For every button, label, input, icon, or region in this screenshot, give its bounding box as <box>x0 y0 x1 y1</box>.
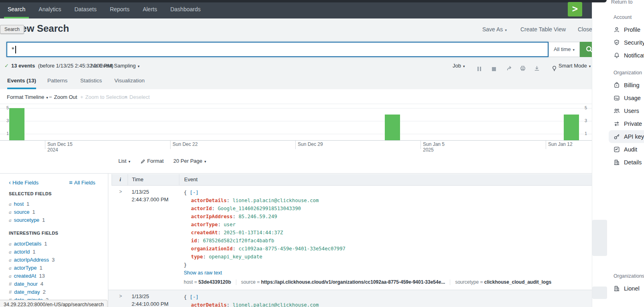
splunk-logo-icon[interactable]: > <box>568 2 582 16</box>
y-axis-label: 5 <box>585 105 590 110</box>
list-label: List <box>118 158 126 164</box>
timeline-format-timeline-button[interactable]: Format Timeline▾ <box>7 92 48 102</box>
scrollbar-artifact <box>592 287 607 299</box>
json-value[interactable]: openapi_key_update <box>209 254 262 260</box>
json-value[interactable]: cc1092aa-8775-459e-9401-33e54ec07997 <box>238 246 345 252</box>
panel-item-lionel[interactable]: Lionel <box>609 282 644 295</box>
json-value[interactable]: user <box>223 222 236 227</box>
column-divider <box>179 174 179 186</box>
close-button[interactable]: Close <box>578 26 592 33</box>
x-axis-tick <box>45 140 45 149</box>
events-table: i Time Event >1/13/252:44:37.000 PM{ [-]… <box>108 174 592 307</box>
collapse-json-link[interactable]: [-] <box>190 294 199 300</box>
field-actorType[interactable]: aactorType1 <box>9 264 55 272</box>
timeline-bar[interactable] <box>385 115 400 140</box>
field-actorDetails[interactable]: aactorDetails1 <box>9 240 55 248</box>
time-range-value: All time <box>554 46 571 52</box>
deselect-glyph-icon: × <box>124 94 128 100</box>
json-value[interactable]: 2025-01-13T14:44:37Z <box>223 230 283 235</box>
x-axis-tick <box>295 140 296 149</box>
json-value[interactable]: lionel.palacin@clickhouse.com <box>233 302 319 307</box>
json-value[interactable]: lionel.palacin@clickhouse.com <box>233 198 319 203</box>
field-createdAt[interactable]: acreatedAt13 <box>9 272 55 280</box>
json-value[interactable]: 85.246.59.249 <box>238 214 277 219</box>
tab-statistics[interactable]: Statistics <box>80 72 102 88</box>
column-header-event: Event <box>184 174 197 185</box>
field-sourcetype[interactable]: asourcetype1 <box>9 216 45 224</box>
return-to-link[interactable]: Return to <box>611 0 632 5</box>
json-key[interactable]: id <box>191 238 197 244</box>
x-axis-label: Sun Jan 12 <box>548 141 573 147</box>
expand-event-icon[interactable]: > <box>119 189 122 194</box>
json-key[interactable]: actorType <box>191 222 218 227</box>
search-input[interactable]: * <box>6 42 549 57</box>
shield-icon <box>614 39 620 46</box>
tab-patterns[interactable]: Patterns <box>47 72 67 88</box>
json-value[interactable]: Google_114602629918513043390 <box>218 206 301 211</box>
json-value[interactable]: 678526d582c1f20fac4babfb <box>203 238 274 244</box>
panel-item-security[interactable]: Security <box>609 36 644 49</box>
panel-item-usage[interactable]: Usage <box>609 92 644 104</box>
collapse-json-link[interactable]: [-] <box>190 190 199 195</box>
field-date_mday[interactable]: #date_mday2 <box>9 288 55 296</box>
time-range-picker[interactable]: All time▾ <box>549 42 580 57</box>
nav-item-dashboards[interactable]: Dashboards <box>167 0 204 18</box>
nav-item-search[interactable]: Search <box>4 0 29 18</box>
job-label: Job <box>453 63 461 69</box>
top-nav: SearchAnalyticsDatasetsReportsAlertsDash… <box>0 0 592 18</box>
panel-item-api-keys[interactable]: API keys <box>609 130 644 143</box>
json-key[interactable]: actorDetails <box>191 198 227 203</box>
event-field-host[interactable]: host = 53de4339120b <box>184 279 231 285</box>
expand-event-icon[interactable]: > <box>119 293 122 299</box>
per-page-dropdown[interactable]: 20 Per Page▾ <box>173 154 206 168</box>
show-raw-text-link[interactable]: Show as raw text <box>184 269 551 277</box>
json-key[interactable]: createdAt <box>191 230 218 235</box>
json-key[interactable]: organizationId <box>191 246 233 252</box>
list-icon: ≡ <box>69 179 73 186</box>
event-sampling-dropdown[interactable]: No Event Sampling▾ <box>91 60 140 72</box>
format-button[interactable]: Format <box>140 154 164 168</box>
create-table-view-button[interactable]: Create Table View <box>520 26 566 33</box>
timeline-bar[interactable] <box>9 108 24 140</box>
field-date_hour[interactable]: #date_hour4 <box>9 280 55 288</box>
field-source[interactable]: asource1 <box>9 208 45 216</box>
all-fields-link[interactable]: ≡All Fields <box>69 179 95 186</box>
hide-fields-link[interactable]: ‹Hide Fields <box>9 179 39 186</box>
nav-item-alerts[interactable]: Alerts <box>139 0 161 18</box>
nav-item-datasets[interactable]: Datasets <box>71 0 100 18</box>
save-as-button[interactable]: Save As▾ <box>482 26 507 33</box>
gridline <box>0 108 592 108</box>
panel-item-private[interactable]: Private <box>609 117 644 130</box>
print-icon[interactable] <box>520 62 526 74</box>
field-host[interactable]: ahost1 <box>9 200 45 208</box>
bell-icon <box>614 52 620 59</box>
share-icon[interactable] <box>506 62 513 74</box>
field-actorId[interactable]: aactorId1 <box>9 248 55 256</box>
list-view-dropdown[interactable]: List▾ <box>118 154 130 168</box>
panel-item-billing[interactable]: Billing <box>609 79 644 92</box>
json-key[interactable]: actorIpAddress <box>191 214 233 219</box>
panel-section-organization: OrganizationBillingUsageUsersPrivateAPI … <box>614 67 644 169</box>
smart-mode-dropdown[interactable]: Smart Mode▾ <box>559 60 591 72</box>
panel-item-notifications[interactable]: Notifications <box>609 49 644 62</box>
tab-events-13[interactable]: Events (13) <box>7 72 36 89</box>
nav-item-reports[interactable]: Reports <box>106 0 133 18</box>
panel-item-details[interactable]: Details <box>609 156 644 169</box>
timeline-bar[interactable] <box>564 115 579 140</box>
field-actorIpAddress[interactable]: aactorIpAddress3 <box>9 256 55 264</box>
event-field-source[interactable]: source = https://api.clickhouse.cloud/v1… <box>241 279 445 285</box>
timeline-zoom-out-button[interactable]: −Zoom Out <box>49 92 77 102</box>
json-key[interactable]: type <box>191 254 203 260</box>
panel-item-audit[interactable]: Audit <box>609 143 644 156</box>
event-field-sourcetype[interactable]: sourcetype = clickhouse_cloud_audit_logs <box>455 279 551 285</box>
tab-visualization[interactable]: Visualization <box>114 72 145 88</box>
json-key[interactable]: actorId <box>191 206 212 211</box>
export-icon[interactable] <box>534 62 540 74</box>
chevron-left-icon: ‹ <box>9 179 11 186</box>
field-type-icon: a <box>9 273 12 279</box>
panel-item-profile[interactable]: Profile <box>609 23 644 36</box>
nav-item-analytics[interactable]: Analytics <box>35 0 65 18</box>
json-key[interactable]: actorDetails <box>191 302 227 307</box>
job-dropdown[interactable]: Job▾ <box>453 60 465 72</box>
panel-item-users[interactable]: Users <box>609 104 644 117</box>
